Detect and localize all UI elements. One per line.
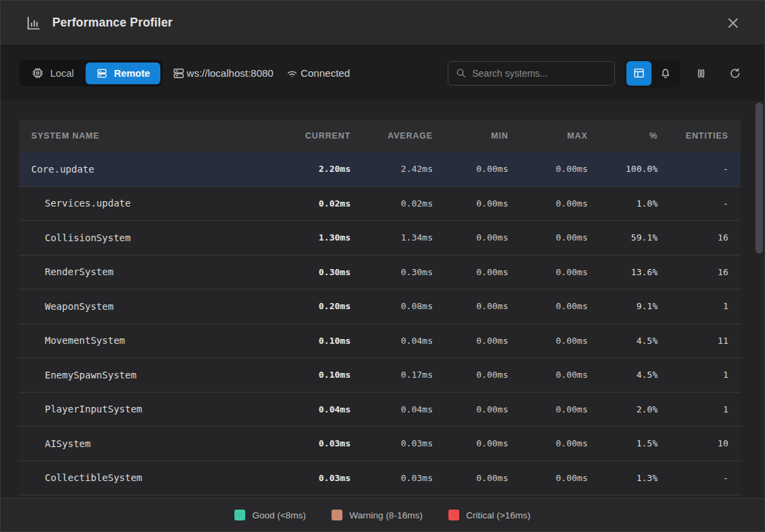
entities-cell: 16 — [658, 267, 728, 277]
current-cell: 0.10ms — [274, 336, 351, 346]
max-cell: 0.00ms — [508, 232, 588, 243]
table-row[interactable]: Services.update 0.02ms 0.02ms 0.00ms 0.0… — [19, 187, 741, 221]
min-cell: 0.00ms — [433, 232, 508, 243]
max-cell: 0.00ms — [508, 336, 588, 346]
average-cell: 0.03ms — [351, 473, 433, 483]
systems-table: SYSTEM NAME CURRENT AVERAGE MIN MAX % EN… — [19, 120, 741, 498]
legend-item: Good (<8ms) — [234, 510, 306, 520]
connection-status-label: Connected — [300, 67, 350, 79]
entities-cell: 11 — [658, 336, 728, 346]
table-header: SYSTEM NAME CURRENT AVERAGE MIN MAX % EN… — [19, 120, 741, 152]
system-name-cell: CollectibleSystem — [31, 472, 274, 483]
bell-icon — [659, 67, 672, 79]
percent-cell: 100.0% — [588, 164, 658, 174]
percent-cell: 1.5% — [588, 438, 658, 448]
average-cell: 0.03ms — [351, 438, 433, 448]
local-button[interactable]: Local — [21, 62, 84, 84]
legend-swatch — [332, 510, 342, 520]
current-cell: 0.30ms — [274, 267, 351, 277]
table-row[interactable]: RenderSystem 0.30ms 0.30ms 0.00ms 0.00ms… — [19, 255, 741, 290]
average-cell: 1.34ms — [351, 232, 433, 243]
max-cell: 0.00ms — [508, 404, 588, 414]
legend-label: Warning (8-16ms) — [349, 510, 423, 520]
search-icon — [455, 67, 467, 79]
min-cell: 0.00ms — [433, 164, 508, 174]
min-cell: 0.00ms — [433, 336, 508, 346]
current-cell: 0.02ms — [274, 198, 351, 209]
table-area: SYSTEM NAME CURRENT AVERAGE MIN MAX % EN… — [1, 101, 764, 498]
col-average[interactable]: AVERAGE — [351, 131, 433, 141]
table-row[interactable]: MovementSystem 0.10ms 0.04ms 0.00ms 0.00… — [19, 324, 741, 359]
ws-url: ws://localhost:8080 — [187, 67, 274, 79]
pause-button[interactable] — [690, 62, 713, 85]
col-max[interactable]: MAX — [508, 131, 588, 141]
min-cell: 0.00ms — [433, 404, 508, 414]
average-cell: 0.30ms — [351, 267, 433, 277]
current-cell: 1.30ms — [274, 232, 351, 243]
min-cell: 0.00ms — [433, 438, 508, 448]
percent-cell: 1.0% — [588, 198, 658, 209]
current-cell: 2.20ms — [274, 164, 351, 174]
source-toggle: Local Remote — [19, 60, 162, 86]
pause-icon — [694, 67, 708, 80]
table-row[interactable]: PlayerInputSystem 0.04ms 0.04ms 0.00ms 0… — [19, 393, 741, 427]
col-entities[interactable]: ENTITIES — [658, 131, 728, 141]
col-system-name[interactable]: SYSTEM NAME — [31, 131, 274, 141]
table-row[interactable]: AISystem 0.03ms 0.03ms 0.00ms 0.00ms 1.5… — [19, 427, 741, 461]
remote-label: Remote — [114, 68, 150, 79]
refresh-icon — [728, 67, 742, 80]
percent-cell: 4.5% — [588, 336, 658, 346]
legend-swatch — [234, 510, 245, 520]
min-cell: 0.00ms — [433, 267, 508, 277]
col-current[interactable]: CURRENT — [274, 131, 351, 141]
current-cell: 0.10ms — [274, 370, 351, 380]
min-cell: 0.00ms — [433, 198, 508, 209]
search-box — [448, 61, 615, 86]
system-name-cell: WeaponSystem — [31, 301, 274, 312]
table-view-button[interactable] — [626, 61, 652, 86]
table-row[interactable]: WeaponSystem 0.20ms 0.08ms 0.00ms 0.00ms… — [19, 289, 741, 324]
system-name-cell: EnemySpawnSystem — [31, 370, 274, 380]
table-row[interactable]: CollisionSystem 1.30ms 1.34ms 0.00ms 0.0… — [19, 221, 741, 255]
average-cell: 0.04ms — [351, 404, 433, 414]
percent-cell: 4.5% — [588, 370, 658, 380]
table-body: Core.update 2.20ms 2.42ms 0.00ms 0.00ms … — [19, 152, 741, 498]
col-percent[interactable]: % — [588, 131, 658, 141]
current-cell: 0.04ms — [274, 404, 351, 414]
legend-swatch — [448, 510, 459, 520]
system-name-cell: Core.update — [31, 164, 274, 175]
window-title: Performance Profiler — [52, 16, 173, 30]
percent-cell: 13.6% — [588, 267, 658, 277]
percent-cell: 59.1% — [588, 232, 658, 243]
max-cell: 0.00ms — [508, 301, 588, 311]
col-min[interactable]: MIN — [433, 131, 508, 141]
refresh-button[interactable] — [724, 62, 747, 85]
max-cell: 0.00ms — [508, 198, 588, 209]
min-cell: 0.00ms — [433, 301, 508, 311]
alerts-button[interactable] — [653, 61, 678, 86]
system-name-cell: AISystem — [31, 438, 274, 449]
scrollbar-thumb[interactable] — [755, 103, 763, 253]
system-name-cell: Services.update — [31, 198, 274, 209]
table-row[interactable]: Core.update 2.20ms 2.42ms 0.00ms 0.00ms … — [19, 152, 741, 187]
remote-button[interactable]: Remote — [86, 63, 160, 84]
bar-chart-icon — [25, 15, 41, 31]
table-row[interactable]: EnemySpawnSystem 0.10ms 0.17ms 0.00ms 0.… — [19, 358, 741, 393]
system-name-cell: PlayerInputSystem — [31, 404, 274, 414]
current-cell: 0.20ms — [274, 301, 351, 311]
title-bar: Performance Profiler — [1, 1, 764, 46]
search-input[interactable] — [472, 68, 607, 79]
legend-item: Warning (8-16ms) — [332, 510, 423, 520]
max-cell: 0.00ms — [508, 164, 588, 174]
max-cell: 0.00ms — [508, 438, 588, 448]
table-row[interactable]: CollectibleSystem 0.03ms 0.03ms 0.00ms 0… — [19, 461, 741, 496]
percent-cell: 9.1% — [588, 301, 658, 311]
entities-cell: - — [658, 164, 728, 174]
average-cell: 2.42ms — [351, 164, 433, 174]
entities-cell: 10 — [658, 438, 728, 448]
legend-item: Critical (>16ms) — [448, 510, 531, 520]
profiler-window: Performance Profiler Local — [0, 0, 765, 532]
legend: Good (<8ms)Warning (8-16ms)Critical (>16… — [234, 510, 531, 520]
average-cell: 0.02ms — [351, 198, 433, 209]
close-button[interactable] — [722, 12, 744, 34]
